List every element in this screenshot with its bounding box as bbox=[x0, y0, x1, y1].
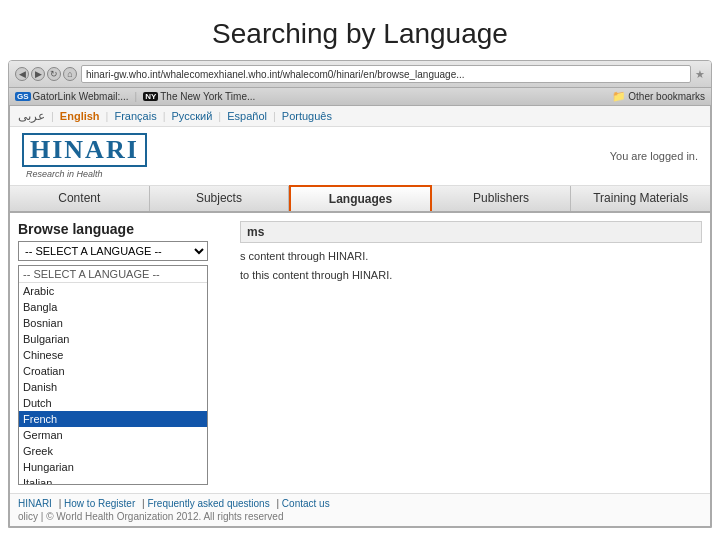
home-button[interactable]: ⌂ bbox=[63, 67, 77, 81]
content-text-1: s content through HINARI. bbox=[240, 249, 702, 264]
language-list-item[interactable]: French bbox=[19, 411, 207, 427]
language-list-item[interactable]: German bbox=[19, 427, 207, 443]
browser-window: ◀ ▶ ↻ ⌂ hinari-gw.who.int/whalecomexhian… bbox=[8, 60, 712, 528]
nyt-ext: NY The New York Time... bbox=[143, 91, 255, 102]
back-button[interactable]: ◀ bbox=[15, 67, 29, 81]
language-list-item[interactable]: Bulgarian bbox=[19, 331, 207, 347]
footer-link-register[interactable]: How to Register bbox=[64, 498, 135, 509]
content-area: ms s content through HINARI. to this con… bbox=[228, 221, 702, 485]
language-list-item[interactable]: Bangla bbox=[19, 299, 207, 315]
language-list-item[interactable]: -- SELECT A LANGUAGE -- bbox=[19, 266, 207, 283]
navigation-bar: Content Subjects Languages Publishers Tr… bbox=[10, 186, 710, 213]
lang-spanish[interactable]: Español bbox=[227, 110, 267, 122]
footer-link-faq[interactable]: Frequently asked questions bbox=[147, 498, 269, 509]
language-select-wrapper: -- SELECT A LANGUAGE --ArabicBanglaBosni… bbox=[18, 241, 228, 261]
browse-language-section: Browse language -- SELECT A LANGUAGE --A… bbox=[18, 221, 228, 485]
logo-subtitle: Research in Health bbox=[22, 169, 147, 179]
lang-english[interactable]: English bbox=[60, 110, 100, 122]
folder-icon: 📁 bbox=[612, 90, 626, 102]
bookmark-star[interactable]: ★ bbox=[695, 68, 705, 81]
gatorlink-ext: GS GatorLink Webmail:... bbox=[15, 91, 129, 102]
logged-in-status: You are logged in. bbox=[610, 150, 698, 162]
hinari-logo: HINARI Research in Health bbox=[22, 133, 147, 179]
language-list-item[interactable]: Bosnian bbox=[19, 315, 207, 331]
slide-title: Searching by Language bbox=[0, 0, 720, 60]
footer-link-contact[interactable]: Contact us bbox=[282, 498, 330, 509]
gatorlink-label: GatorLink Webmail:... bbox=[33, 91, 129, 102]
nyt-logo: NY bbox=[143, 92, 158, 101]
content-subtitle: ms bbox=[240, 221, 702, 243]
logo-text: HINARI bbox=[22, 133, 147, 167]
refresh-button[interactable]: ↻ bbox=[47, 67, 61, 81]
address-text: hinari-gw.who.int/whalecomexhianel.who.i… bbox=[86, 69, 465, 80]
nav-languages[interactable]: Languages bbox=[289, 185, 432, 211]
nav-subjects[interactable]: Subjects bbox=[150, 186, 290, 211]
language-list-item[interactable]: Arabic bbox=[19, 283, 207, 299]
language-list-item[interactable]: Greek bbox=[19, 443, 207, 459]
language-listbox[interactable]: -- SELECT A LANGUAGE --ArabicBanglaBosni… bbox=[18, 265, 208, 485]
browser-toolbar: ◀ ▶ ↻ ⌂ hinari-gw.who.int/whalecomexhian… bbox=[9, 61, 711, 88]
site-header: HINARI Research in Health You are logged… bbox=[10, 127, 710, 186]
language-list-item[interactable]: Croatian bbox=[19, 363, 207, 379]
content-text-2: to this content through HINARI. bbox=[240, 268, 702, 283]
main-body: Browse language -- SELECT A LANGUAGE --A… bbox=[10, 213, 710, 493]
nyt-label: The New York Time... bbox=[160, 91, 255, 102]
nav-training[interactable]: Training Materials bbox=[571, 186, 710, 211]
arabic-link[interactable]: عربى bbox=[18, 109, 45, 123]
nav-publishers[interactable]: Publishers bbox=[432, 186, 572, 211]
address-bar[interactable]: hinari-gw.who.int/whalecomexhianel.who.i… bbox=[81, 65, 691, 83]
language-bar: عربى | English | Français | Русский | Es… bbox=[10, 106, 710, 127]
bookmarks-label: 📁 Other bookmarks bbox=[612, 90, 705, 103]
language-dropdown[interactable]: -- SELECT A LANGUAGE --ArabicBanglaBosni… bbox=[18, 241, 208, 261]
extension-bar: GS GatorLink Webmail:... | NY The New Yo… bbox=[9, 88, 711, 106]
language-list-item[interactable]: Hungarian bbox=[19, 459, 207, 475]
footer-links: HINARI | How to Register | Frequently as… bbox=[18, 498, 702, 509]
footer-copyright: olicy | © World Health Organization 2012… bbox=[18, 511, 702, 522]
lang-russian[interactable]: Русский bbox=[172, 110, 213, 122]
nav-content[interactable]: Content bbox=[10, 186, 150, 211]
lang-portuguese[interactable]: Português bbox=[282, 110, 332, 122]
language-list-item[interactable]: Dutch bbox=[19, 395, 207, 411]
browse-title: Browse language bbox=[18, 221, 228, 237]
language-list-item[interactable]: Danish bbox=[19, 379, 207, 395]
nav-buttons: ◀ ▶ ↻ ⌂ bbox=[15, 67, 77, 81]
page-content: عربى | English | Français | Русский | Es… bbox=[9, 106, 711, 527]
footer-link-hinari[interactable]: HINARI bbox=[18, 498, 52, 509]
gatorlink-logo: GS bbox=[15, 92, 31, 101]
forward-button[interactable]: ▶ bbox=[31, 67, 45, 81]
language-list-item[interactable]: Chinese bbox=[19, 347, 207, 363]
page-footer: HINARI | How to Register | Frequently as… bbox=[10, 493, 710, 526]
language-list-item[interactable]: Italian bbox=[19, 475, 207, 485]
lang-french[interactable]: Français bbox=[114, 110, 156, 122]
